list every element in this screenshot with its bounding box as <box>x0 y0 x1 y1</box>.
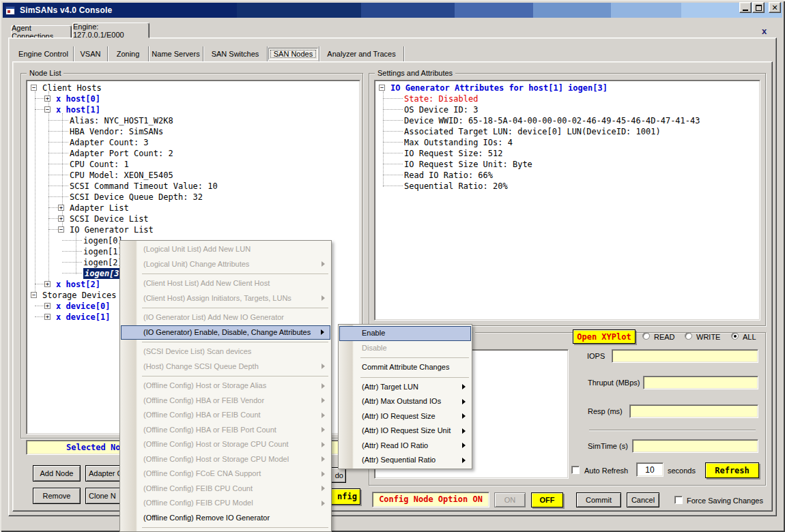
close-button[interactable]: ✕ <box>769 2 781 13</box>
tab-san-switches[interactable]: SAN Switches <box>203 46 268 61</box>
menu-item[interactable]: (Attr) Target LUN <box>339 380 472 395</box>
menu-item[interactable]: (Attr) Max Outstand IOs <box>339 394 472 409</box>
minimize-button[interactable] <box>739 2 752 13</box>
add-node-button[interactable]: Add Node <box>33 465 81 482</box>
menu-item[interactable]: (Offline Config) Remove IO Generator <box>120 511 331 526</box>
menu-item[interactable]: (Offline Config) Host or Storage CPU Cou… <box>120 437 331 452</box>
menu-item[interactable]: (Offline Config) HBA or FEIB Vendor <box>120 394 331 409</box>
menu-item[interactable]: (Attr) IO Request Size <box>339 409 472 424</box>
tree-row[interactable]: +SCSI Device List <box>27 213 360 224</box>
menu-item[interactable]: Disable <box>339 341 472 356</box>
radio-all[interactable] <box>731 332 739 340</box>
menu-item[interactable]: (Offline Config) FEIB CPU Model <box>120 496 331 511</box>
tab-zoning[interactable]: Zoning <box>108 46 149 61</box>
tree-row[interactable]: CPU Model: XEON_E5405 <box>27 170 360 181</box>
on-button[interactable]: ON <box>494 492 526 507</box>
expand-icon[interactable]: + <box>44 281 51 287</box>
tab-analyzer-and-traces[interactable]: Analyzer and Traces <box>319 46 404 61</box>
tree-row[interactable]: −IO Generator List <box>27 224 360 235</box>
menu-item[interactable]: (Attr) IO Request Size Unit <box>339 424 472 439</box>
simtime-field[interactable] <box>632 439 758 453</box>
tab-engine-control[interactable]: Engine Control <box>14 46 74 61</box>
menu-item[interactable]: (IO Generator List) Add New IO Generator <box>120 310 331 325</box>
menu-item[interactable]: (SCSI Device List) Scan devices <box>120 344 331 359</box>
tab-close-icon[interactable]: x <box>762 26 767 36</box>
tree-row[interactable]: Alias: NYC_HOST1_W2K8 <box>27 115 360 126</box>
menu-item[interactable]: (Offline Config) FEIB CPU Count <box>120 482 331 497</box>
tree-row[interactable]: −Client Hosts <box>27 83 360 93</box>
maximize-button[interactable] <box>752 2 765 13</box>
radio-read[interactable] <box>642 332 650 340</box>
tab-engine[interactable]: Engine: 127.0.0.1/E000 <box>72 23 149 38</box>
tree-row[interactable]: State: Disabled <box>375 93 760 104</box>
tree-row[interactable]: OS Device ID: 3 <box>375 104 760 115</box>
tab-san-nodes[interactable]: SAN Nodes <box>268 46 319 61</box>
tree-row[interactable]: HBA Vendor: SimSANs <box>27 126 360 137</box>
menu-item[interactable]: (Offline Config) HBA or FEIB Port Count <box>120 423 331 438</box>
expand-icon[interactable]: + <box>58 216 64 222</box>
collapse-icon[interactable]: − <box>31 85 37 91</box>
tree-row[interactable]: CPU Count: 1 <box>27 159 360 170</box>
expand-icon[interactable]: + <box>44 303 51 309</box>
maximize-icon <box>756 5 762 11</box>
tree-row[interactable]: −IO Generator Attributes for host[1] iog… <box>375 83 760 93</box>
menu-item[interactable]: (Attr) Sequential Ratio <box>339 453 472 468</box>
menu-item[interactable]: (Client Host List) Add New Client Host <box>120 276 331 291</box>
refresh-button[interactable]: Refresh <box>705 462 759 478</box>
tree-row[interactable]: Read IO Ratio: 66% <box>375 170 760 181</box>
menu-item[interactable]: (IO Generator) Enable, Disable, Change A… <box>121 325 330 340</box>
tree-row[interactable]: Adapter Count: 3 <box>27 137 360 148</box>
resp-field[interactable] <box>629 404 758 418</box>
submenu-arrow-icon <box>321 329 324 335</box>
commit-button[interactable]: Commit <box>576 492 621 507</box>
title-bar[interactable]: SimSANs v4.0 Console <box>3 3 782 18</box>
collapse-icon[interactable]: − <box>58 226 64 233</box>
menu-item[interactable]: (Offline Config) HBA or FEIB Count <box>120 408 331 423</box>
tree-row[interactable]: IO Request Size Unit: Byte <box>375 159 760 170</box>
menu-item[interactable]: (Client Host) Assign Initiators, Targets… <box>120 291 331 306</box>
force-saving-checkbox[interactable] <box>674 496 683 504</box>
menu-item[interactable]: (Offline Config) FCoE CNA Support <box>120 467 331 482</box>
tree-row[interactable]: Max Outstanding IOs: 4 <box>375 137 760 148</box>
menu-item[interactable]: (Host) Change SCSI Queue Depth <box>120 359 331 374</box>
radio-write[interactable] <box>685 332 692 340</box>
tree-row[interactable]: +x host[0] <box>27 93 360 104</box>
remove-button[interactable]: Remove <box>33 488 81 504</box>
tree-connector <box>48 120 68 121</box>
menu-item[interactable]: (Logical Unit List) Add New LUN <box>120 242 331 257</box>
off-button[interactable]: OFF <box>531 492 563 507</box>
menu-item[interactable]: (Attr) Read IO Ratio <box>339 439 472 454</box>
tree-row[interactable]: SCSI Command Timeout Value: 10 <box>27 181 360 192</box>
context-submenu: EnableDisableCommit Attribute Changes(At… <box>338 324 472 469</box>
collapse-icon[interactable]: − <box>379 85 385 91</box>
tree-row[interactable]: SCSI Device Queue Depth: 32 <box>27 192 360 203</box>
auto-refresh-label: Auto Refresh <box>584 467 628 475</box>
tab-name-servers[interactable]: Name Servers <box>149 46 203 61</box>
interval-field[interactable] <box>636 462 663 477</box>
auto-refresh-checkbox[interactable] <box>571 466 580 474</box>
tree-row[interactable]: Sequential Ratio: 20% <box>375 181 760 192</box>
tree-row[interactable]: Adapter Port Count: 2 <box>27 148 360 159</box>
expand-icon[interactable]: + <box>44 314 51 320</box>
iops-field[interactable] <box>612 349 758 363</box>
open-xyplot-button[interactable]: Open XYPlot <box>573 329 636 344</box>
tree-row[interactable]: −x host[1] <box>27 104 360 115</box>
collapse-icon[interactable]: − <box>31 292 37 298</box>
tree-row[interactable]: +Adapter List <box>27 203 360 213</box>
menu-item[interactable]: Enable <box>339 326 471 341</box>
menu-item[interactable]: (Offline Config) Host or Storage CPU Mod… <box>120 452 331 467</box>
tree-row[interactable]: Associated Target LUN: device[0] LUN(Dev… <box>375 126 760 137</box>
tab-vsan[interactable]: VSAN <box>74 46 108 61</box>
tree-row[interactable]: IO Request Size: 512 <box>375 148 760 159</box>
expand-icon[interactable]: + <box>44 95 51 102</box>
cancel-button[interactable]: Cancel <box>627 492 659 507</box>
menu-item[interactable]: (Offline Config) Host or Storage Alias <box>120 379 331 394</box>
collapse-icon[interactable]: − <box>44 106 51 113</box>
menu-item[interactable]: Commit Attribute Changes <box>339 360 472 375</box>
menu-separator <box>120 525 331 530</box>
tab-agent-connections[interactable]: Agent Connections <box>11 25 72 38</box>
menu-item[interactable]: (Logical Unit) Change Attributes <box>120 257 331 272</box>
expand-icon[interactable]: + <box>58 205 64 211</box>
tree-row[interactable]: Device WWID: 65-18-5A-04-00-00-00-02-46-… <box>375 115 760 126</box>
thruput-field[interactable] <box>643 376 758 389</box>
